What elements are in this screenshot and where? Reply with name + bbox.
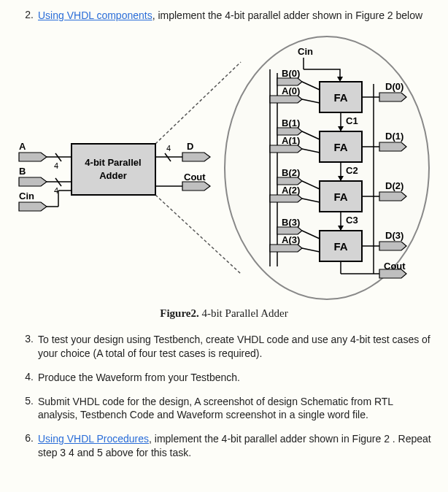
block-title-1: 4-bit Parallel	[85, 157, 141, 168]
label-c1: C1	[346, 115, 358, 126]
arrow-a3	[270, 245, 302, 252]
projection-line-bottom	[155, 195, 241, 274]
list-item-4: 4. Produce the Waveform from your Testbe…	[13, 371, 435, 385]
fa-3-label: FA	[333, 240, 347, 253]
vhdl-procedures-link[interactable]: Using VHDL Procedures	[38, 433, 149, 445]
list-item-2: 2. Using VHDL components, implement the …	[13, 9, 435, 23]
arrow-b3	[277, 227, 302, 234]
item-number: 4.	[13, 371, 38, 385]
arrow-a1	[270, 145, 302, 153]
arrow-d	[182, 153, 210, 161]
arrow-d3	[379, 242, 406, 250]
fa-2-label: FA	[333, 191, 347, 203]
document-page: 2. Using VHDL components, implement the …	[0, 0, 448, 485]
item-body: Produce the Waveform from your Testbench…	[38, 371, 435, 385]
item-body: Using VHDL components, implement the 4-b…	[38, 9, 435, 23]
arrow-b1	[277, 128, 302, 135]
label-b1: B(1)	[282, 118, 300, 128]
arrow-cin	[19, 202, 47, 211]
arrow-cout	[182, 182, 210, 191]
arrow-d2	[379, 192, 406, 201]
buswidth-a: 4	[54, 161, 58, 170]
arrow-b0	[277, 78, 302, 85]
arrow-cout-detail	[379, 269, 406, 278]
figure-caption: Figure2. 4-bit Parallel Adder	[13, 307, 435, 320]
label-a: A	[19, 141, 26, 152]
label-cin-detail: Cin	[298, 46, 313, 57]
item-body: To test your design using Testbench, cre…	[38, 333, 435, 361]
list-item-6: 6. Using VHDL Procedures, implement the …	[13, 432, 435, 460]
label-cout: Cout	[184, 172, 206, 182]
label-d2: D(2)	[385, 180, 403, 191]
buswidth-d: 4	[166, 144, 171, 153]
label-cin: Cin	[19, 191, 34, 201]
label-d: D	[187, 141, 193, 152]
label-c3: C3	[346, 215, 358, 226]
buswidth-b: 4	[54, 186, 58, 195]
block-title-2: Adder	[99, 170, 127, 181]
arrow-a2	[270, 195, 302, 202]
arrow-b2	[277, 177, 302, 185]
item-number: 2.	[13, 9, 38, 23]
arrow-a0	[270, 96, 302, 103]
item-number: 6.	[13, 432, 38, 460]
label-d0: D(0)	[385, 81, 403, 92]
item-body: Using VHDL Procedures, implement the 4-b…	[38, 432, 435, 460]
fa-0-label: FA	[333, 91, 347, 104]
arrow-d0	[379, 93, 406, 101]
label-b2: B(2)	[282, 167, 300, 178]
arrow-d1	[379, 142, 406, 151]
label-a2: A(2)	[282, 185, 300, 196]
parallel-adder-block	[72, 144, 155, 195]
item-text: , implement the 4-bit parallel adder sho…	[152, 9, 422, 21]
label-b0: B(0)	[282, 68, 300, 79]
list-item-3: 3. To test your design using Testbench, …	[13, 333, 435, 361]
label-a0: A(0)	[282, 85, 300, 96]
label-c2: C2	[346, 165, 358, 176]
arrow-b	[19, 177, 47, 186]
label-d1: D(1)	[385, 131, 403, 142]
label-a1: A(1)	[282, 135, 300, 146]
label-d3: D(3)	[385, 230, 403, 241]
item-body: Submit VHDL code for the design, A scree…	[38, 395, 435, 423]
arrow-a	[19, 153, 47, 161]
adder-diagram: 4-bit Parallel Adder A 4 B 4 Cin	[13, 33, 435, 303]
label-b: B	[19, 166, 26, 177]
caption-rest: 4-bit Parallel Adder	[199, 307, 288, 319]
figure-2: 4-bit Parallel Adder A 4 B 4 Cin	[13, 33, 435, 320]
caption-bold: Figure2.	[160, 307, 198, 319]
vhdl-components-link[interactable]: Using VHDL components	[38, 9, 152, 21]
label-b3: B(3)	[282, 217, 300, 228]
list-item-5: 5. Submit VHDL code for the design, A sc…	[13, 395, 435, 423]
label-a3: A(3)	[282, 234, 300, 245]
fa-1-label: FA	[333, 141, 347, 153]
item-number: 5.	[13, 395, 38, 423]
item-number: 3.	[13, 333, 38, 361]
